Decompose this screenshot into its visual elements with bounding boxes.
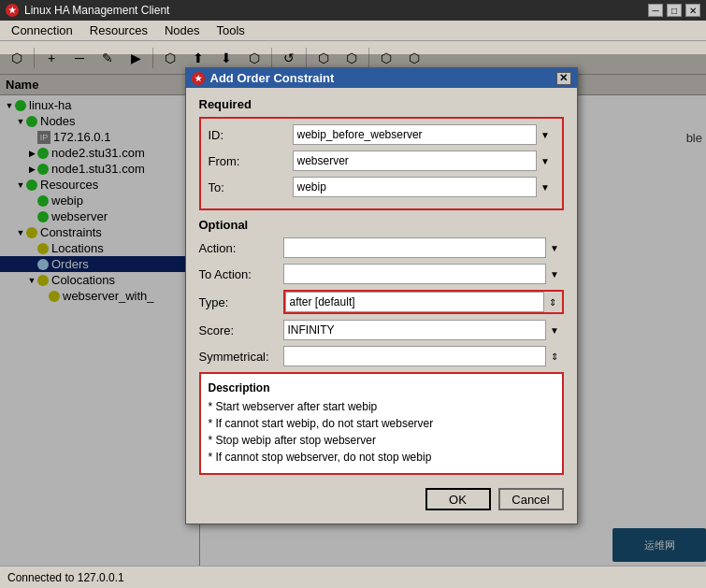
from-label: From: (209, 154, 293, 168)
description-box: Description * Start webserver after star… (199, 372, 564, 475)
score-select-wrapper: INFINITY ▼ (283, 320, 564, 340)
required-group: ID: ▼ From: webserver ▼ (199, 117, 564, 210)
menu-connection[interactable]: Connection (4, 22, 80, 39)
id-label: ID: (209, 128, 293, 142)
dialog-body: Required ID: ▼ From: webserver (186, 88, 577, 523)
from-select[interactable]: webserver (293, 151, 555, 171)
window-controls: ─ □ ✕ (648, 4, 700, 17)
window-title: Linux HA Management Client (24, 4, 169, 17)
action-select-wrapper: ▼ (283, 237, 564, 258)
dialog-overlay: ★ Add Order Constraint ✕ Required ID: ▼ (0, 54, 706, 566)
ok-button[interactable]: OK (425, 488, 491, 510)
to-action-label: To Action: (199, 267, 283, 281)
symmetrical-label: Symmetrical: (199, 350, 283, 364)
id-select-wrapper: ▼ (293, 124, 555, 145)
optional-group: Action: ▼ To Action: ▼ (199, 237, 564, 366)
menu-tools[interactable]: Tools (209, 22, 252, 39)
description-title: Description (209, 381, 555, 394)
menu-nodes[interactable]: Nodes (157, 22, 208, 39)
form-row-score: Score: INFINITY ▼ (199, 320, 564, 340)
desc-line-2: * Stop webip after stop webserver (209, 432, 555, 449)
close-button[interactable]: ✕ (685, 4, 700, 17)
type-select-wrapper: after [default] ⇕ (283, 290, 564, 314)
from-select-wrapper: webserver ▼ (293, 151, 555, 171)
type-label: Type: (199, 295, 283, 309)
to-action-select[interactable] (283, 264, 564, 284)
desc-line-1: * If cannot start webip, do not start we… (209, 415, 555, 432)
minimize-button[interactable]: ─ (648, 4, 663, 17)
optional-label: Optional (199, 218, 564, 232)
to-label: To: (209, 180, 293, 194)
menu-bar: Connection Resources Nodes Tools (0, 21, 706, 41)
dialog-title: Add Order Constraint (210, 71, 335, 85)
dialog-title-bar: ★ Add Order Constraint ✕ (186, 68, 577, 88)
type-select[interactable]: after [default] (285, 292, 562, 312)
title-bar: ★ Linux HA Management Client ─ □ ✕ (0, 0, 706, 21)
status-text: Connected to 127.0.0.1 (7, 571, 124, 584)
score-select[interactable]: INFINITY (283, 320, 564, 340)
desc-line-0: * Start webserver after start webip (209, 398, 555, 415)
id-input[interactable] (293, 124, 555, 145)
status-bar: Connected to 127.0.0.1 (0, 566, 706, 588)
form-row-to: To: webip ▼ (209, 177, 555, 197)
symmetrical-select-wrapper: ⇕ (283, 346, 564, 366)
cancel-button[interactable]: Cancel (498, 488, 564, 510)
action-label: Action: (199, 241, 283, 255)
dialog-buttons: OK Cancel (199, 484, 564, 514)
app-icon: ★ (6, 4, 19, 17)
form-row-symmetrical: Symmetrical: ⇕ (199, 346, 564, 366)
dialog-close-button[interactable]: ✕ (556, 72, 571, 85)
desc-line-3: * If cannot stop webserver, do not stop … (209, 449, 555, 466)
form-row-from: From: webserver ▼ (209, 151, 555, 171)
add-order-constraint-dialog: ★ Add Order Constraint ✕ Required ID: ▼ (185, 67, 578, 524)
to-action-select-wrapper: ▼ (283, 264, 564, 284)
form-row-action: Action: ▼ (199, 237, 564, 258)
restore-button[interactable]: □ (667, 4, 682, 17)
dialog-icon: ★ (192, 72, 205, 85)
menu-resources[interactable]: Resources (82, 22, 155, 39)
form-row-id: ID: ▼ (209, 124, 555, 145)
to-select-wrapper: webip ▼ (293, 177, 555, 197)
to-select[interactable]: webip (293, 177, 555, 197)
action-select[interactable] (283, 237, 564, 258)
form-row-to-action: To Action: ▼ (199, 264, 564, 284)
symmetrical-select[interactable] (283, 346, 564, 366)
score-label: Score: (199, 323, 283, 337)
required-label: Required (199, 97, 564, 111)
form-row-type: Type: after [default] ⇕ (199, 290, 564, 314)
